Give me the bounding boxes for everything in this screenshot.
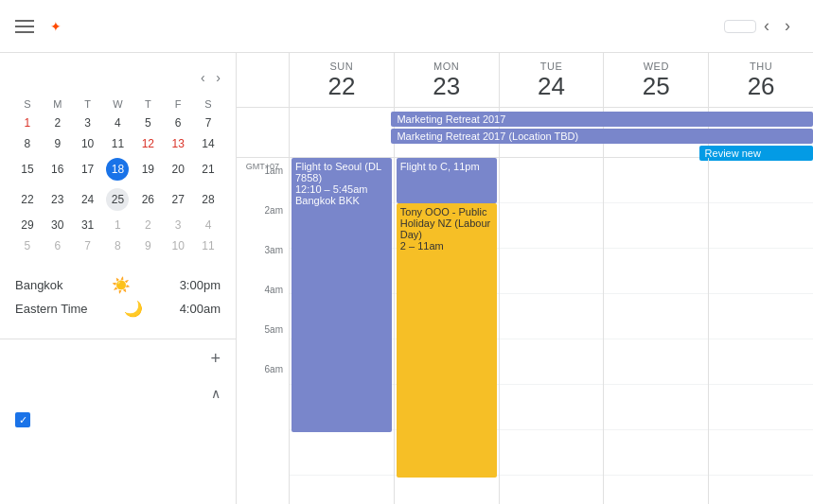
mini-cal-day[interactable]: 24 [74,185,102,214]
mini-cal-day[interactable]: 25 [103,185,132,214]
calendar-area: SUN 22 MON 23 TUE 24 WED 25 THU 26 [237,53,813,504]
mini-cal-day[interactable]: 23 [44,185,72,214]
mini-cal-day[interactable]: 14 [194,134,222,153]
moon-icon: 🌙 [124,300,143,318]
calendar-checkbox-matthew[interactable] [15,412,30,427]
mini-cal-day[interactable]: 6 [164,113,192,132]
mini-cal-day[interactable]: 15 [13,155,42,183]
mini-cal-day[interactable]: 13 [164,134,192,153]
calendar-item-matthew[interactable] [15,408,221,431]
chevron-up-icon[interactable]: ∧ [211,386,221,401]
grid-col-sun: Flight to Seoul (DL 7858) 12:10 – 5:45am… [289,158,394,504]
mini-cal-day[interactable]: 1 [103,216,132,235]
mini-cal-day[interactable]: 9 [133,236,162,255]
mini-cal-day[interactable]: 16 [44,155,72,183]
mini-cal-grid: SMTWTFS 12345678910111213141516171819202… [11,95,224,257]
mini-cal-day[interactable]: 3 [164,216,192,235]
mini-cal-day[interactable]: 21 [194,155,222,183]
mini-cal-day[interactable]: 3 [74,113,102,132]
logo: ✦ [49,19,62,34]
today-button[interactable] [724,20,756,33]
mini-cal-day[interactable]: 11 [103,134,132,153]
tz-bangkok: Bangkok ☀️ 3:00pm [15,276,221,294]
grid-col-tue [499,158,604,504]
day-name-thu: THU [709,61,813,72]
prev-arrow[interactable]: ‹ [756,10,777,42]
sun-icon: ☀️ [112,276,131,294]
mini-cal-dow-s: S [13,96,42,112]
mini-cal-day[interactable]: 27 [164,185,192,214]
allday-event-marketing-1[interactable]: Marketing Retreat 2017 [391,112,813,127]
mini-cal-day[interactable]: 10 [74,134,102,153]
event-subtitle-tony: 2 – 11am [400,240,493,252]
mini-cal-day[interactable]: 20 [164,155,192,183]
mini-cal-day[interactable]: 7 [74,236,102,255]
day-header-tue[interactable]: TUE 24 [499,53,604,107]
time-label-2am: 2am [237,205,289,251]
mini-cal-day[interactable]: 9 [44,134,72,153]
tz-time-bangkok: 3:00pm [180,278,221,292]
mini-cal-day[interactable]: 2 [133,216,162,235]
grid-area: Flight to Seoul (DL 7858) 12:10 – 5:45am… [289,158,813,504]
event-title-flight-seoul: Flight to Seoul (DL 7858) [295,161,388,183]
event-tony-ooo[interactable]: Tony OOO - Public Holiday NZ (Labour Day… [397,203,497,478]
day-headers: SUN 22 MON 23 TUE 24 WED 25 THU 26 [237,53,813,108]
main-layout: ‹ › SMTWTFS 1234567891011121314151617181… [0,53,813,504]
event-flight-c[interactable]: Flight to C, 11pm [397,158,497,203]
mini-cal-dow-m: M [44,96,72,112]
grid-col-wed [603,158,708,504]
mini-cal-day[interactable]: 2 [44,113,72,132]
header: ✦ ‹ › [0,0,813,53]
mini-cal-day[interactable]: 1 [13,113,42,132]
allday-spacer [237,108,289,157]
add-coworker-button[interactable]: + [0,339,236,378]
grid-col-thu [708,158,813,504]
event-subtitle-flight-seoul: 12:10 – 5:45am Bangkok BKK [295,183,388,206]
mini-cal-day[interactable]: 17 [74,155,102,183]
mini-cal-day[interactable]: 28 [194,185,222,214]
mini-cal-dow-w: W [103,96,132,112]
next-arrow[interactable]: › [777,10,798,42]
mini-cal-day[interactable]: 31 [74,216,102,235]
my-calendars-header: ∧ [15,386,221,401]
mini-cal-day[interactable]: 6 [44,236,72,255]
allday-event-marketing-2[interactable]: Marketing Retreat 2017 (Location TBD) [391,129,813,144]
my-calendars-section: ∧ [0,378,236,439]
mini-cal-day[interactable]: 8 [103,236,132,255]
mini-cal-day[interactable]: 4 [194,216,222,235]
mini-cal-day[interactable]: 4 [103,113,132,132]
day-header-wed[interactable]: WED 25 [603,53,708,107]
mini-cal-prev[interactable]: ‹ [197,68,209,87]
event-flight-seoul[interactable]: Flight to Seoul (DL 7858) 12:10 – 5:45am… [292,158,392,432]
mini-cal-day[interactable]: 10 [164,236,192,255]
mini-cal-dow-t: T [74,96,102,112]
mini-cal-day[interactable]: 19 [133,155,162,183]
mini-cal-day[interactable]: 11 [194,236,222,255]
tz-city-bangkok: Bangkok [15,278,63,292]
time-label-4am: 4am [237,285,289,330]
allday-cells: Marketing Retreat 2017 Marketing Retreat… [289,108,813,157]
day-name-tue: TUE [500,61,604,72]
mini-cal-day[interactable]: 29 [13,216,42,235]
day-header-sun[interactable]: SUN 22 [289,53,394,107]
mini-cal-day[interactable]: 12 [133,134,162,153]
menu-icon[interactable] [15,20,34,33]
mini-cal-day[interactable]: 8 [13,134,42,153]
day-number-wed: 25 [604,72,708,101]
plus-icon: + [210,349,221,369]
mini-cal-day[interactable]: 26 [133,185,162,214]
day-header-mon[interactable]: MON 23 [394,53,499,107]
mini-cal-day[interactable]: 7 [194,113,222,132]
mini-cal-day[interactable]: 22 [13,185,42,214]
day-header-thu[interactable]: THU 26 [708,53,813,107]
time-label-1am: 1am [237,165,289,211]
allday-row: Marketing Retreat 2017 Marketing Retreat… [237,108,813,158]
time-label-6am: 6am [237,364,289,409]
header-spacer [237,53,289,107]
mini-cal-day[interactable]: 18 [103,155,132,183]
mini-cal-day[interactable]: 30 [44,216,72,235]
mini-cal-next[interactable]: › [212,68,224,87]
mini-cal-day[interactable]: 5 [133,113,162,132]
mini-cal-day[interactable]: 5 [13,236,42,255]
logo-star-icon: ✦ [50,19,62,34]
